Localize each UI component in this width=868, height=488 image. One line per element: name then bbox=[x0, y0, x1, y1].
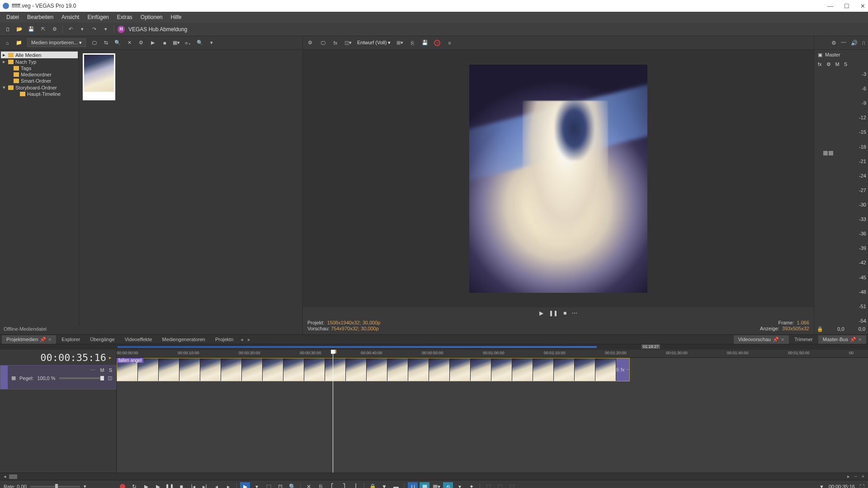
master-auto-icon[interactable]: ⚙ bbox=[826, 61, 831, 67]
go-start-button[interactable]: |◂ bbox=[188, 482, 198, 488]
hub-label[interactable]: VEGAS Hub Abmeldung bbox=[128, 26, 187, 33]
preview-settings-icon[interactable]: ⚙ bbox=[307, 39, 314, 47]
media-play-icon[interactable]: ▶ bbox=[149, 39, 156, 47]
timeline-tracks[interactable]: 00:00:00:0000:00:10:0000:00:20:0000:00:3… bbox=[117, 350, 868, 473]
timeline-ruler[interactable]: 00:00:00:0000:00:10:0000:00:20:0000:00:3… bbox=[117, 350, 868, 358]
tabs-scroll-left-icon[interactable]: ◂ bbox=[239, 337, 245, 343]
tree-smart-ordner[interactable]: Smart-Ordner bbox=[1, 78, 78, 84]
lock-icon[interactable]: 🔒 bbox=[817, 326, 823, 334]
media-sort-icon[interactable]: ⎆▾ bbox=[184, 39, 192, 47]
scrollbar-thumb[interactable] bbox=[9, 474, 17, 479]
ripple-options-icon[interactable]: ▾ bbox=[455, 482, 465, 488]
next-frame-button[interactable]: ▸ bbox=[223, 482, 233, 488]
media-gear-icon[interactable]: ⚙ bbox=[137, 39, 145, 47]
lock-button[interactable]: 🔒 bbox=[368, 482, 377, 488]
track-automation-icon[interactable]: ◫ bbox=[108, 375, 112, 381]
media-search-icon[interactable]: 🔍 bbox=[196, 39, 203, 47]
tab-projektmedien[interactable]: Projektmedien 📌✕ bbox=[2, 335, 56, 344]
record-button[interactable] bbox=[118, 482, 127, 488]
play-button[interactable]: ▶ bbox=[153, 482, 163, 488]
preview-copy-icon[interactable]: ⎘ bbox=[409, 39, 416, 47]
tree-medienordner[interactable]: Medienordner bbox=[1, 71, 78, 78]
snap-button[interactable]: ⊔ bbox=[408, 482, 418, 488]
trim-start-button[interactable]: ⎡ bbox=[327, 482, 337, 488]
loop-button[interactable]: ↻ bbox=[129, 482, 139, 488]
marker-button[interactable]: ▼ bbox=[379, 482, 389, 488]
menu-extras[interactable]: Extras bbox=[113, 13, 136, 22]
media-refresh-icon[interactable]: 🔍 bbox=[114, 39, 121, 47]
preview-scope-icon[interactable]: V bbox=[434, 40, 440, 46]
close-icon[interactable]: ✕ bbox=[781, 337, 784, 342]
trim-end-button[interactable]: ⎤ bbox=[339, 482, 349, 488]
timecode-display[interactable]: 00:00:35:16▸ bbox=[0, 350, 116, 365]
master-mixer-icon[interactable]: ⎍ bbox=[862, 40, 865, 46]
video-track-header[interactable]: ⋯ M S ▦ Pegel: 100,0 % ◫ bbox=[0, 365, 116, 389]
timeline-scrollbar[interactable]: ◂ ▸ − + bbox=[0, 473, 868, 480]
region-button[interactable]: ▬ bbox=[391, 482, 401, 488]
pause-button[interactable]: ❚❚ bbox=[165, 482, 175, 488]
minimize-button[interactable]: — bbox=[827, 3, 833, 9]
tabs-scroll-right-icon[interactable]: ▸ bbox=[246, 337, 252, 343]
transport-timecode[interactable]: 00:00:35:16 bbox=[829, 484, 855, 488]
hub-icon[interactable]: H bbox=[118, 26, 125, 33]
master-mute-button[interactable]: M bbox=[835, 61, 840, 67]
go-end-button[interactable]: ▸| bbox=[200, 482, 210, 488]
close-button[interactable]: ✕ bbox=[860, 3, 865, 9]
close-icon[interactable]: ✕ bbox=[858, 337, 862, 342]
tab-projektnotizen[interactable]: Projektn bbox=[211, 335, 238, 343]
tool-dropdown-icon[interactable]: ▾ bbox=[252, 482, 262, 488]
preview-more-icon[interactable]: ⋯ bbox=[572, 310, 577, 316]
media-stop-icon[interactable]: ■ bbox=[161, 39, 168, 47]
render-icon[interactable]: ⇱ bbox=[39, 25, 47, 33]
tab-explorer[interactable]: Explorer bbox=[57, 335, 85, 343]
zoom-in-icon[interactable]: + bbox=[860, 474, 866, 479]
pin-icon[interactable]: 📌 bbox=[850, 337, 856, 343]
track-color-bar[interactable] bbox=[0, 366, 8, 389]
master-speaker-icon[interactable]: 🔊 bbox=[851, 40, 858, 46]
quantize-button[interactable]: ▦ bbox=[420, 482, 429, 488]
tab-mediengeneratoren[interactable]: Mediengeneratoren bbox=[158, 335, 210, 343]
media-filter-icon[interactable]: ▾ bbox=[208, 39, 215, 47]
playhead[interactable] bbox=[333, 350, 333, 473]
tab-master-bus[interactable]: Master-Bus 📌✕ bbox=[818, 335, 866, 344]
normal-edit-tool[interactable]: ▶ bbox=[240, 482, 250, 488]
play-start-button[interactable]: ▶ bbox=[141, 482, 151, 488]
prev-frame-button[interactable]: ◂ bbox=[212, 482, 222, 488]
preview-grid-icon[interactable]: ⊞▾ bbox=[396, 39, 403, 47]
tree-storyboard[interactable]: ▾Storyboard-Ordner bbox=[1, 84, 78, 91]
media-remove-icon[interactable]: ✕ bbox=[126, 39, 133, 47]
master-fx-button[interactable]: fx bbox=[818, 61, 822, 67]
track-solo-button[interactable]: S bbox=[109, 367, 112, 373]
pin-icon[interactable]: 📌 bbox=[40, 337, 46, 343]
maximize-timeline-icon[interactable]: ⛶ bbox=[859, 484, 864, 488]
menu-bearbeiten[interactable]: Bearbeiten bbox=[24, 13, 57, 22]
preview-viewport[interactable] bbox=[303, 50, 814, 307]
master-output-icon[interactable]: ▣ bbox=[818, 52, 822, 58]
tree-haupt-timeline[interactable]: Haupt-Timeline bbox=[1, 91, 78, 97]
track-level-slider[interactable] bbox=[59, 377, 104, 379]
tab-videovorschau[interactable]: Videovorschau 📌✕ bbox=[734, 335, 789, 344]
track-fx-icon[interactable]: ▦ bbox=[11, 375, 16, 381]
master-solo-button[interactable]: S bbox=[844, 61, 847, 67]
menu-hilfe[interactable]: Hilfe bbox=[167, 13, 185, 22]
rate-slider[interactable] bbox=[30, 486, 80, 488]
autocrossfade-button[interactable]: ✦ bbox=[467, 482, 476, 488]
menu-einfuegen[interactable]: Einfügen bbox=[84, 13, 112, 22]
preview-stop-icon[interactable]: ■ bbox=[563, 310, 566, 316]
menu-ansicht[interactable]: Ansicht bbox=[58, 13, 83, 22]
menu-datei[interactable]: Datei bbox=[3, 13, 23, 22]
maximize-button[interactable]: ☐ bbox=[844, 3, 849, 9]
open-icon[interactable]: 📂 bbox=[15, 25, 24, 33]
tab-videoeffekte[interactable]: Videoeffekte bbox=[120, 335, 157, 343]
track-more-icon[interactable]: ⋯ bbox=[90, 367, 95, 373]
snap-options-icon[interactable]: ▦▾ bbox=[431, 482, 441, 488]
preview-quality-dropdown[interactable]: Entwurf (Voll) ▾ bbox=[357, 40, 391, 46]
timeline-overview[interactable]: 01:18:27 bbox=[0, 344, 868, 350]
import-media-button[interactable]: Medien importieren... ▾ bbox=[27, 38, 86, 47]
save-icon[interactable]: 💾 bbox=[27, 25, 35, 33]
preview-fx-icon[interactable]: fx bbox=[332, 39, 339, 47]
zoom-out-icon[interactable]: − bbox=[853, 474, 859, 479]
close-icon[interactable]: ✕ bbox=[48, 337, 52, 342]
track-mute-button[interactable]: M bbox=[100, 367, 104, 373]
pin-icon[interactable]: 📌 bbox=[773, 337, 779, 343]
